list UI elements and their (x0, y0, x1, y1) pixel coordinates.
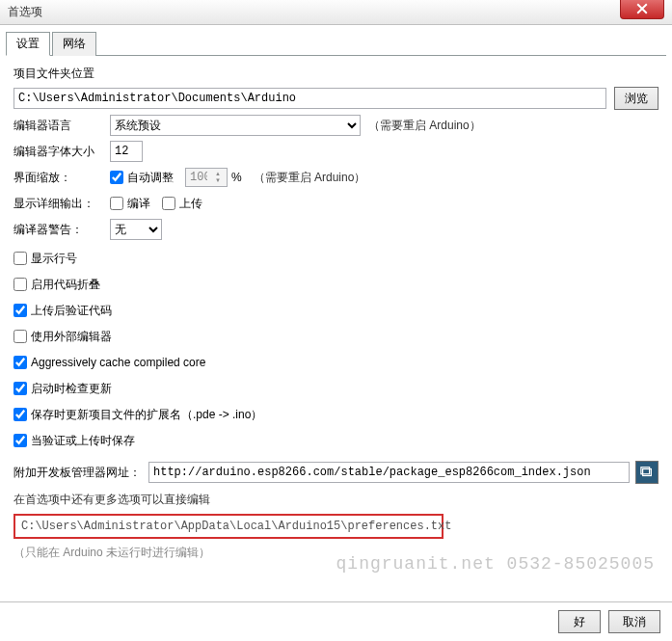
editor-lang-label: 编辑器语言 (13, 118, 110, 134)
options-list: 显示行号 启用代码折叠 上传后验证代码 使用外部编辑器 Aggressively… (13, 248, 659, 451)
opt-update-ext[interactable]: 保存时更新项目文件的扩展名（.pde -> .ino） (13, 407, 262, 423)
warnings-label: 编译器警告： (13, 222, 110, 238)
settings-panel: 项目文件夹位置 浏览 编辑器语言 系统预设 （需要重启 Arduino） 编辑器… (0, 56, 672, 601)
prefs-file-path[interactable]: C:\Users\Administrator\AppData\Local\Ard… (13, 514, 444, 539)
opt-aggressive-cache[interactable]: Aggressively cache compiled core (13, 356, 205, 369)
opt-line-numbers[interactable]: 显示行号 (13, 251, 77, 267)
sketchbook-row: 浏览 (13, 87, 659, 110)
font-size-label: 编辑器字体大小 (13, 144, 110, 160)
window-expand-icon (640, 466, 654, 479)
tab-settings[interactable]: 设置 (6, 32, 50, 56)
font-size-row: 编辑器字体大小 (13, 141, 659, 162)
verbose-label: 显示详细输出： (13, 196, 110, 212)
close-icon (636, 3, 648, 14)
verbose-compile-label: 编译 (127, 196, 150, 212)
prefs-file-note: （只能在 Arduino 未运行时进行编辑） (13, 545, 659, 561)
boards-url-expand-button[interactable] (635, 461, 659, 484)
font-size-input[interactable] (110, 141, 143, 162)
scale-auto-input[interactable] (110, 171, 123, 184)
opt-save-on-verify[interactable]: 当验证或上传时保存 (13, 433, 135, 449)
tab-bar: 设置 网络 (6, 31, 666, 56)
more-prefs-text: 在首选项中还有更多选项可以直接编辑 (13, 492, 659, 508)
scale-label: 界面缩放： (13, 170, 110, 186)
scale-spinner[interactable]: ▲▼ (185, 168, 228, 187)
verbose-upload-checkbox[interactable]: 上传 (162, 196, 202, 212)
editor-lang-select[interactable]: 系统预设 (110, 115, 361, 136)
window-title: 首选项 (8, 4, 42, 20)
verbose-compile-input[interactable] (110, 197, 123, 210)
opt-code-folding[interactable]: 启用代码折叠 (13, 277, 100, 293)
sketchbook-path-input[interactable] (13, 88, 606, 109)
scale-auto-checkbox[interactable]: 自动调整 (110, 170, 174, 186)
scale-row: 界面缩放： 自动调整 ▲▼ % （需要重启 Arduino） (13, 167, 659, 188)
browse-button[interactable]: 浏览 (614, 87, 659, 110)
boards-url-input[interactable] (148, 462, 630, 483)
sketchbook-heading: 项目文件夹位置 (13, 66, 659, 82)
warnings-select[interactable]: 无 (110, 219, 162, 240)
dialog-footer: 好 取消 (0, 601, 672, 641)
cancel-button[interactable]: 取消 (608, 610, 660, 633)
verbose-compile-checkbox[interactable]: 编译 (110, 196, 150, 212)
scale-percent: % (231, 171, 242, 184)
tab-network[interactable]: 网络 (52, 32, 96, 56)
scale-hint: （需要重启 Arduino） (254, 170, 366, 186)
verbose-row: 显示详细输出： 编译 上传 (13, 193, 659, 214)
spinner-buttons[interactable]: ▲▼ (211, 171, 225, 184)
verbose-upload-label: 上传 (179, 196, 202, 212)
scale-auto-label: 自动调整 (127, 170, 174, 186)
titlebar: 首选项 (0, 0, 672, 25)
opt-verify-after-upload[interactable]: 上传后验证代码 (13, 303, 112, 319)
editor-lang-row: 编辑器语言 系统预设 （需要重启 Arduino） (13, 115, 659, 136)
preferences-dialog: 首选项 设置 网络 项目文件夹位置 浏览 编辑器语言 系统预设 （需要重启 Ar… (0, 0, 672, 641)
warnings-row: 编译器警告： 无 (13, 219, 659, 240)
boards-url-label: 附加开发板管理器网址： (13, 465, 148, 481)
verbose-upload-input[interactable] (162, 197, 175, 210)
editor-lang-hint: （需要重启 Arduino） (368, 118, 481, 134)
opt-check-updates[interactable]: 启动时检查更新 (13, 381, 112, 397)
boards-url-row: 附加开发板管理器网址： (13, 461, 659, 484)
opt-external-editor[interactable]: 使用外部编辑器 (13, 329, 112, 345)
scale-value-input[interactable] (186, 167, 211, 188)
ok-button[interactable]: 好 (558, 610, 601, 633)
window-close-button[interactable] (620, 0, 664, 19)
